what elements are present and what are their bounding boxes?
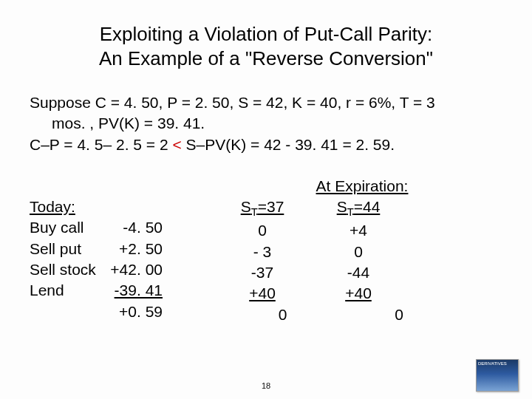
today-column: Today: Buy call-4. 50 Sell put+2. 50 Sel… [30,176,222,325]
given-line1: Suppose C = 4. 50, P = 2. 50, S = 42, K … [30,94,435,111]
relation-left: C–P = 4. 5– 2. 5 = 2 [30,136,172,153]
exp-row: 0+4 [222,220,502,241]
today-row: Buy call-4. 50 [30,217,222,238]
page-number: 18 [0,381,532,390]
textbook-thumbnail-icon: DERIVATIVES [476,359,519,392]
today-header: Today: [30,197,103,217]
slide-title: Exploiting a Violation of Put-Call Parit… [52,22,480,70]
today-row: Sell stock+42. 00 [30,259,222,280]
expiration-header: At Expiration: [222,176,502,197]
title-line2: An Example of a "Reverse Conversion" [99,47,433,69]
exp-row: +40+40 [222,283,502,304]
exp-row: -37-44 [222,262,502,283]
today-row: Lend-39. 41 [30,280,222,301]
exp-col1-head: ST=37 [222,197,303,220]
today-total: +0. 59 [30,301,222,322]
title-line1: Exploiting a Violation of Put-Call Parit… [100,23,432,45]
today-row: Sell put+2. 50 [30,239,222,259]
expiration-column: At Expiration: ST=37 ST=44 0+4 - 30 -37-… [222,176,502,325]
given-block: Suppose C = 4. 50, P = 2. 50, S = 42, K … [30,92,502,155]
given-line1-cont: mos. , PV(K) = 39. 41. [30,113,502,134]
exp-col2-head: ST=44 [303,197,414,220]
exp-totals: 0 0 [222,304,502,325]
exp-row: - 30 [222,242,502,262]
relation-right: S–PV(K) = 42 - 39. 41 = 2. 59. [182,136,395,153]
less-than-symbol: < [172,136,181,153]
